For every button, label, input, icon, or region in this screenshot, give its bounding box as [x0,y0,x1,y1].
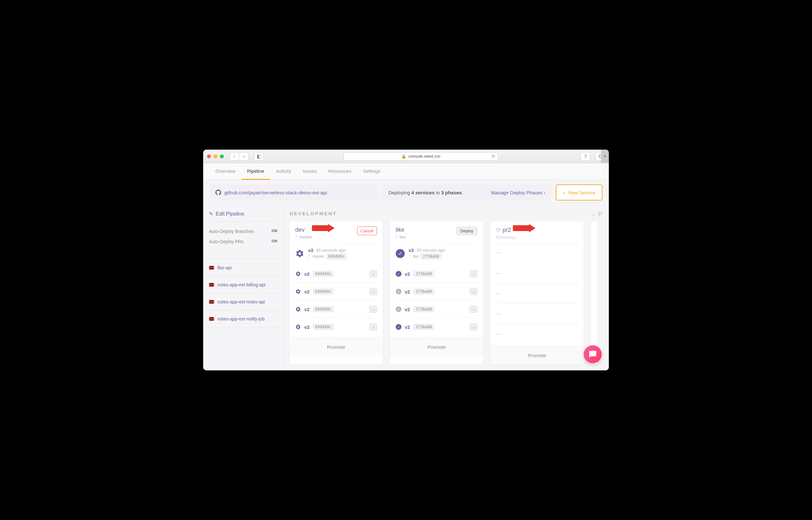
service-row[interactable]: v2 b99d49c ⌄ [295,283,377,301]
gear-icon [295,306,301,312]
arrow-annotation [312,224,334,232]
repo-link[interactable]: github.com/jayair/serverless-stack-demo-… [210,184,378,201]
commit-hash: 2738a68 [413,271,434,277]
minimize-window-icon[interactable] [213,154,217,158]
chevron-down-icon[interactable]: ⌄ [470,306,478,313]
main-content: ✎ Edit Pipeline Auto-Deploy BranchesONAu… [203,205,609,370]
chevron-down-icon[interactable]: ⌄ [470,288,478,295]
commit-hash: 2738a68 [421,254,441,259]
sidebar-service[interactable]: notes-app-ext-notify-job [203,311,283,328]
manage-phases-link[interactable]: Manage Deploy Phases › [491,190,545,195]
browser-chrome: ‹ › ◧ 🔒 console.seed.run ↻ ⇪ ⧉ + [203,150,609,163]
new-service-button[interactable]: + New Service [556,184,602,201]
svg-marker-0 [312,224,334,232]
build-version: v2 [405,307,410,312]
tab-settings[interactable]: Settings [357,163,386,180]
gear-icon [295,289,301,294]
service-icon [209,317,214,321]
sidebar-setting: Auto-Deploy PRsON [209,236,278,247]
service-row[interactable]: ✓ v2 2738a68 ⌄ [396,283,478,301]
sidebar-setting: Auto-Deploy BranchesON [209,226,278,236]
removing-label: Removing... [496,235,518,240]
share-button[interactable]: ⇪ [581,152,590,161]
chat-button[interactable] [584,345,602,363]
tab-activity[interactable]: Activity [270,163,297,180]
check-icon: ✓ [396,289,402,294]
gear-icon [295,324,301,330]
chevron-down-icon[interactable]: ⌄ [369,323,377,331]
branch-icon: ᚶ [295,235,298,239]
svg-marker-1 [513,224,535,232]
edit-pipeline-link[interactable]: ✎ Edit Pipeline [209,211,278,222]
toolbar: github.com/jayair/serverless-stack-demo-… [203,180,609,205]
check-icon: ✓ [396,271,402,277]
build-version: v2 [304,289,310,294]
url-bar[interactable]: 🔒 console.seed.run ↻ [344,152,498,161]
tab-pipeline[interactable]: Pipeline [242,163,270,180]
window-controls [207,154,224,158]
lock-icon: 🔒 [401,154,406,159]
chevron-down-icon[interactable]: ⌄ [470,323,478,331]
service-row: — [496,304,578,324]
environment-card-dev: dev ᚶ master Cancel v243 seconds ago ᚶ m… [289,222,383,365]
maximize-window-icon[interactable] [220,154,224,158]
promote-button[interactable]: Promote [390,338,483,356]
next-section-arrow[interactable]: → P [589,211,602,218]
close-window-icon[interactable] [207,154,211,158]
deploy-button[interactable]: Deploy [456,227,478,235]
environment-card-like: like ᚶ like Deploy ✓ v225 minutes ago ᚶ … [390,222,483,365]
service-row[interactable]: ✓ v2 2738a68 ⌄ [396,301,478,318]
sidebar-service[interactable]: notes-app-ext-notes-api [203,293,283,311]
service-row: — [496,284,578,304]
card-header: dev ᚶ master Cancel [289,222,383,243]
environment-cards: dev ᚶ master Cancel v243 seconds ago ᚶ m… [289,222,603,365]
tab-issues[interactable]: Issues [297,163,322,180]
tab-resources[interactable]: Resources [323,163,357,180]
build-version: v2 [304,324,310,330]
commit-hash: b99d49c [313,289,334,294]
build-version: v2 [405,289,410,294]
build-version: v2 [405,271,410,277]
build-time: 43 seconds ago [316,248,346,253]
branch-icon: ᚶ [308,254,310,259]
back-button[interactable]: ‹ [230,152,239,161]
chevron-down-icon[interactable]: ⌄ [369,288,377,295]
plus-icon: + [563,190,566,195]
build-summary[interactable]: v243 seconds ago ᚶ master b99d49c [289,243,383,263]
build-version: v2 [308,248,313,253]
environment-name[interactable]: like [396,227,406,233]
repo-path: github.com/jayair/serverless-stack-demo-… [224,190,327,195]
chevron-down-icon[interactable]: ⌄ [369,306,377,313]
tab-overview[interactable]: Overview [210,163,242,180]
service-rows: v2 b99d49c ⌄ v2 b99d49c ⌄ v2 b99d49c ⌄ v… [289,263,383,338]
refresh-icon[interactable]: ↻ [492,154,495,159]
service-row[interactable]: ✓ v2 2738a68 ⌄ [396,265,478,283]
commit-hash: 2738a68 [413,306,434,312]
cancel-button[interactable]: Cancel [357,227,377,235]
new-tab-button[interactable]: + [601,150,609,163]
commit-hash: b99d49c [313,324,334,330]
environment-name[interactable]: dev [295,227,312,233]
commit-hash: b99d49c [326,254,347,259]
chat-icon [588,350,597,359]
chevron-down-icon[interactable]: ⌄ [470,270,478,277]
gear-icon [295,249,304,258]
service-row[interactable]: v2 b99d49c ⌄ [295,301,377,318]
promote-button[interactable]: Promote [289,338,383,356]
card-header: ⟳ pr2 Removing... [490,222,584,243]
sidebar-service[interactable]: like-api [203,259,283,277]
service-row[interactable]: ✓ v2 2738a68 ⌄ [396,318,478,336]
forward-button[interactable]: › [239,152,249,161]
arrow-annotation [513,224,535,232]
deploy-status-text: Deploying 4 services in 3 phases. [389,190,463,195]
promote-button[interactable]: Promote [490,346,584,365]
build-summary[interactable]: ✓ v225 minutes ago ᚶ like 2738a68 [390,243,483,263]
chevron-down-icon[interactable]: ⌄ [369,270,377,277]
service-row[interactable]: v2 b99d49c ⌄ [295,318,377,336]
sidebar-service[interactable]: notes-app-ext-billing-api [203,277,283,293]
sidebar-toggle[interactable]: ◧ [254,152,264,161]
service-row[interactable]: v2 b99d49c ⌄ [295,265,377,283]
commit-hash: b99d49c [313,306,334,312]
url-text: console.seed.run [408,154,440,159]
service-rows: ———— [490,261,584,346]
